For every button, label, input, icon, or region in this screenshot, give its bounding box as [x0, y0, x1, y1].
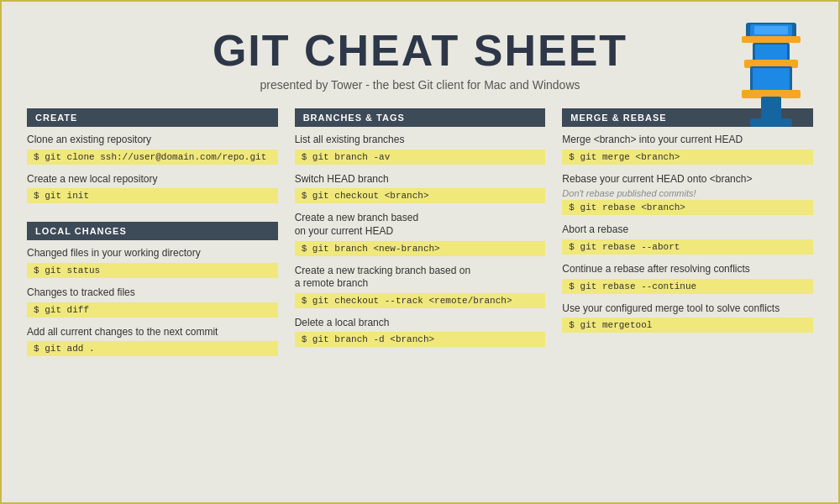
- code-block: $ git clone ssh://user@domain.com/repo.g…: [27, 150, 278, 165]
- header: GIT CHEAT SHEET presented by Tower - the…: [27, 18, 813, 92]
- item-label: Changes to tracked files: [27, 286, 278, 300]
- code-block: $ git checkout --track <remote/branch>: [295, 293, 546, 308]
- item-label: Rebase your current HEAD onto <branch>: [562, 173, 813, 186]
- item-label: Use your configured merge tool to solve …: [562, 302, 813, 316]
- section-item: Rebase your current HEAD onto <branch> D…: [562, 173, 813, 216]
- svg-rect-5: [755, 45, 787, 60]
- section-item: Abort a rebase $ git rebase --abort: [562, 223, 813, 255]
- item-label: Changed files in your working directory: [27, 247, 278, 260]
- section-item: Merge <branch> into your current HEAD $ …: [562, 134, 813, 165]
- item-label: Create a new local repository: [27, 173, 278, 186]
- column-2: BRANCHES & TAGS List all existing branch…: [295, 108, 546, 365]
- item-label: Create a new tracking branch based ona r…: [295, 265, 546, 291]
- code-block: $ git rebase <branch>: [562, 200, 813, 215]
- svg-rect-3: [742, 36, 801, 43]
- column-3: MERGE & REBASE Merge <branch> into your …: [562, 108, 813, 365]
- section-header-branches: BRANCHES & TAGS: [295, 108, 546, 127]
- code-block: $ git mergetool: [562, 318, 813, 333]
- section-item: Create a new tracking branch based ona r…: [295, 265, 546, 308]
- item-label: Clone an existing repository: [27, 134, 278, 147]
- section-item: Create a new branch basedon your current…: [295, 212, 546, 255]
- note-text: Don't rebase published commits!: [562, 188, 813, 198]
- main-container: GIT CHEAT SHEET presented by Tower - the…: [0, 0, 840, 504]
- section-item: Continue a rebase after resolving confli…: [562, 263, 813, 294]
- code-block: $ git add .: [27, 341, 278, 356]
- code-block: $ git checkout <branch>: [295, 188, 546, 203]
- code-block: $ git branch -d <branch>: [295, 332, 546, 347]
- item-label: Abort a rebase: [562, 223, 813, 237]
- code-block: $ git init: [27, 188, 278, 203]
- svg-rect-2: [754, 26, 788, 34]
- header-subtitle: presented by Tower - the best Git client…: [27, 78, 813, 92]
- item-label: Continue a rebase after resolving confli…: [562, 263, 813, 276]
- section-item: Changed files in your working directory …: [27, 247, 278, 278]
- code-block: $ git diff: [27, 302, 278, 318]
- section-header-create: CREATE: [27, 108, 278, 127]
- code-block: $ git rebase --continue: [562, 279, 813, 294]
- code-block: $ git branch -av: [295, 150, 546, 165]
- item-label: Add all current changes to the next comm…: [27, 326, 278, 339]
- column-1: CREATE Clone an existing repository $ gi…: [27, 108, 278, 365]
- item-label: Merge <branch> into your current HEAD: [562, 134, 813, 147]
- code-block: $ git status: [27, 263, 278, 278]
- section-item: Create a new local repository $ git init: [27, 173, 278, 204]
- svg-rect-11: [750, 118, 792, 127]
- section-item: Switch HEAD branch $ git checkout <branc…: [295, 173, 546, 204]
- page-title: GIT CHEAT SHEET: [27, 27, 813, 75]
- tower-logo: [729, 14, 813, 132]
- code-block: $ git merge <branch>: [562, 150, 813, 165]
- item-label: Create a new branch basedon your current…: [295, 212, 546, 238]
- section-item: List all existing branches $ git branch …: [295, 134, 546, 165]
- section-header-local-changes: LOCAL CHANGES: [27, 222, 278, 240]
- item-label: Delete a local branch: [295, 317, 546, 330]
- section-item: Delete a local branch $ git branch -d <b…: [295, 317, 546, 348]
- svg-rect-10: [761, 97, 781, 120]
- code-block: $ git branch <new-branch>: [295, 241, 546, 256]
- section-item: Add all current changes to the next comm…: [27, 326, 278, 357]
- item-label: List all existing branches: [295, 134, 546, 147]
- svg-rect-8: [753, 68, 790, 90]
- columns-container: CREATE Clone an existing repository $ gi…: [27, 108, 813, 365]
- section-item: Changes to tracked files $ git diff: [27, 286, 278, 318]
- code-block: $ git rebase --abort: [562, 239, 813, 255]
- section-item: Clone an existing repository $ git clone…: [27, 134, 278, 165]
- item-label: Switch HEAD branch: [295, 173, 546, 186]
- section-item: Use your configured merge tool to solve …: [562, 302, 813, 333]
